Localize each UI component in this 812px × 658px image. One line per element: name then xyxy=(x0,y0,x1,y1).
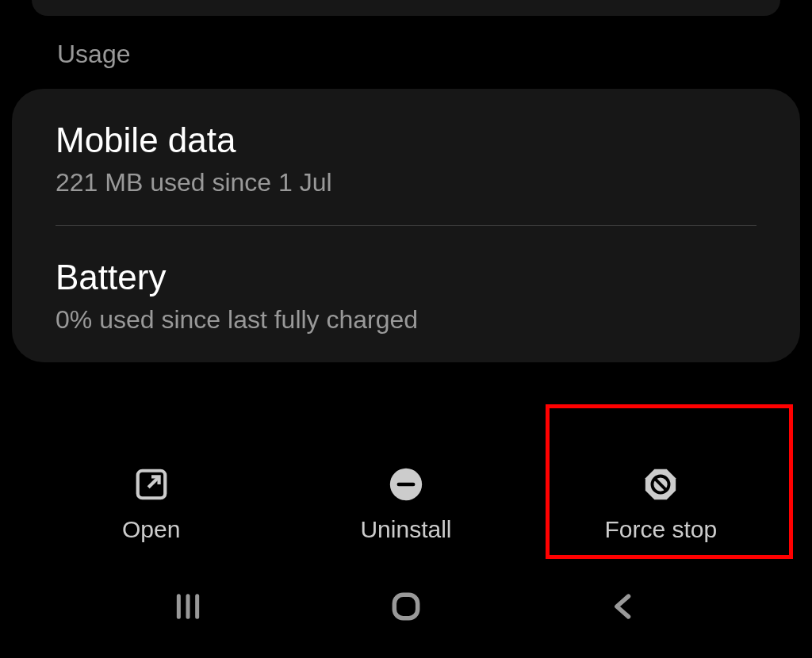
open-button[interactable]: Open xyxy=(33,453,270,555)
home-button[interactable] xyxy=(366,583,446,630)
battery-subtitle: 0% used since last fully charged xyxy=(56,305,756,335)
battery-item[interactable]: Battery 0% used since last fully charged xyxy=(12,226,800,362)
mobile-data-item[interactable]: Mobile data 221 MB used since 1 Jul xyxy=(12,89,800,225)
uninstall-button[interactable]: Uninstall xyxy=(287,453,525,555)
force-stop-button[interactable]: Force stop xyxy=(542,453,779,555)
recents-icon xyxy=(172,591,204,622)
mobile-data-title: Mobile data xyxy=(56,121,756,160)
back-icon xyxy=(607,589,642,624)
back-button[interactable] xyxy=(584,583,664,630)
usage-card: Mobile data 221 MB used since 1 Jul Batt… xyxy=(12,89,800,362)
open-label: Open xyxy=(122,516,180,543)
action-bar: Open Uninstall Force stop xyxy=(0,453,812,555)
force-stop-label: Force stop xyxy=(604,516,717,543)
section-header-usage: Usage xyxy=(0,16,812,89)
recents-button[interactable] xyxy=(148,583,228,630)
minus-circle-icon xyxy=(386,465,426,504)
open-icon xyxy=(132,465,171,504)
uninstall-label: Uninstall xyxy=(360,516,451,543)
mobile-data-subtitle: 221 MB used since 1 Jul xyxy=(56,168,756,197)
home-icon xyxy=(389,589,423,624)
svg-rect-10 xyxy=(394,595,417,618)
stop-icon xyxy=(641,465,680,504)
battery-title: Battery xyxy=(56,258,756,297)
navigation-bar xyxy=(0,579,812,634)
top-partial-card xyxy=(32,0,780,16)
